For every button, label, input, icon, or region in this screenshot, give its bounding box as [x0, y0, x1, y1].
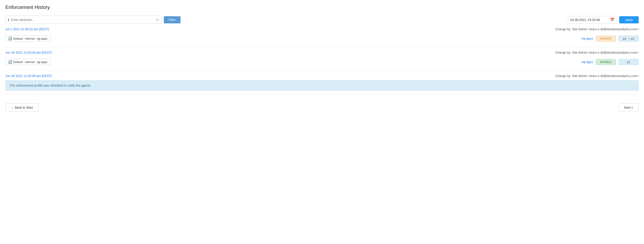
scope-label: Default : internal : eg-app1 [14, 60, 48, 64]
version-badge: p1 [618, 59, 639, 65]
search-box: ℹ ✕ [5, 15, 162, 24]
apply-button[interactable]: Apply [619, 16, 639, 23]
scope-icon: 🔄 [8, 60, 12, 64]
history-timestamp: Jul 1 2021 01:50:22 am (EEST) [5, 27, 49, 31]
date-input-wrapper: 📅 [568, 16, 617, 23]
action-badge: UPDATE [596, 36, 616, 42]
scope-badge: 🔄Default : internal : eg-app1 [5, 59, 50, 65]
history-author: Change by: Site Admin <team-x-all@tetrat… [555, 51, 639, 54]
info-icon: ℹ [8, 18, 9, 22]
filter-button[interactable]: Filter [164, 16, 180, 23]
history-author: Change by: Site Admin <team-x-all@tetrat… [555, 27, 639, 31]
history-header: Jun 28 2021 11:35:08 pm (EEST)Change by:… [5, 74, 639, 78]
history-header: Jul 1 2021 01:50:22 am (EEST)Change by: … [5, 27, 639, 31]
scope-icon: 🔄 [8, 37, 12, 40]
app-link[interactable]: eg-app1 [582, 60, 593, 64]
history-header: Jun 29 2021 12:03:04 am (EEST)Change by:… [5, 51, 639, 54]
history-author: Change by: Site Admin <team-x-all@tetrat… [555, 74, 639, 78]
history-row-right: eg-app1ENABLEp1 [582, 59, 639, 65]
toolbar: ℹ ✕ Filter 📅 Apply [5, 15, 639, 24]
version-badge: p1 → p2 [618, 36, 639, 42]
history-entry: Jun 29 2021 12:03:04 am (EEST)Change by:… [5, 51, 639, 71]
history-entry: Jul 1 2021 01:50:22 am (EEST)Change by: … [5, 27, 639, 47]
pagination: ← Back to Start Next » [5, 103, 639, 112]
app-link[interactable]: eg-app1 [582, 37, 593, 40]
back-to-start-button[interactable]: ← Back to Start [5, 103, 38, 112]
history-timestamp: Jun 28 2021 11:35:08 pm (EEST) [5, 74, 52, 78]
history-entry: Jun 28 2021 11:35:08 pm (EEST)Change by:… [5, 74, 639, 94]
history-row: 🔄Default : internal : eg-app1eg-app1UPDA… [5, 34, 639, 43]
action-badge: ENABLE [596, 59, 616, 65]
search-input[interactable] [11, 18, 154, 22]
toolbar-right: 📅 Apply [568, 16, 639, 23]
history-list: Jul 1 2021 01:50:22 am (EEST)Change by: … [5, 27, 639, 98]
history-row: 🔄Default : internal : eg-app1eg-app1ENAB… [5, 57, 639, 67]
history-row-right: eg-app1UPDATEp1 → p2 [582, 36, 639, 42]
next-button[interactable]: Next » [618, 103, 639, 112]
scope-label: Default : internal : eg-app1 [14, 37, 48, 40]
calendar-icon[interactable]: 📅 [610, 17, 614, 22]
page-container: Enforcement History ℹ ✕ Filter 📅 Apply J… [0, 0, 644, 244]
clear-icon[interactable]: ✕ [155, 17, 159, 22]
toolbar-left: ℹ ✕ Filter [5, 15, 565, 24]
scope-badge: 🔄Default : internal : eg-app1 [5, 35, 50, 42]
date-input[interactable] [570, 18, 608, 22]
refresh-notice: The enforcement profile was refreshed to… [5, 80, 639, 91]
page-title: Enforcement History [5, 4, 639, 10]
history-timestamp: Jun 29 2021 12:03:04 am (EEST) [5, 51, 52, 54]
